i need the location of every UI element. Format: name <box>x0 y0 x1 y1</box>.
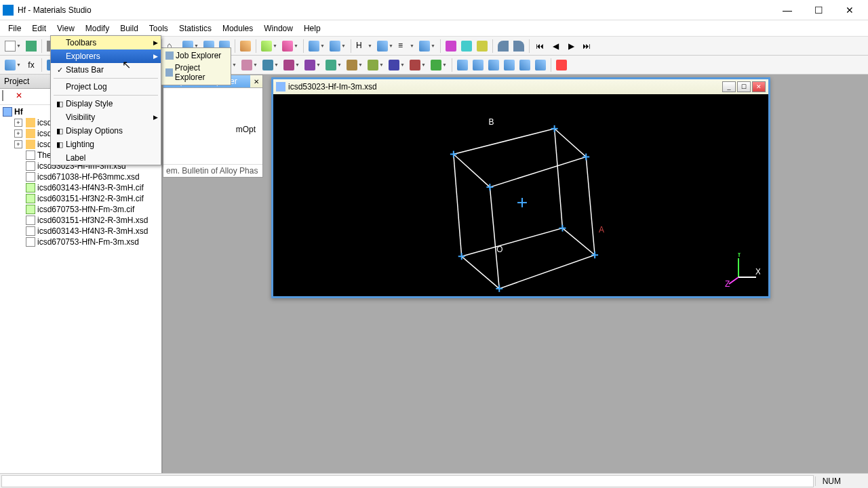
tree-item[interactable]: icsd603151-Hf3N2-R-3mH.cif <box>1 193 160 204</box>
tree-expand-icon[interactable]: + <box>14 129 22 138</box>
tool-k[interactable] <box>459 39 474 54</box>
tree-item-label: icsd670753-HfN-Fm-3m.cif <box>37 205 134 214</box>
t2-p[interactable]: ▼ <box>344 58 365 73</box>
minimize-button[interactable]: — <box>772 1 803 20</box>
job-explorer-icon <box>165 52 174 60</box>
folder-icon <box>26 140 35 149</box>
doc-icon <box>26 237 35 247</box>
t2-q[interactable]: ▼ <box>366 58 386 73</box>
window-title: Hf - Materials Studio <box>18 5 772 15</box>
t2-r[interactable]: ▼ <box>387 58 407 73</box>
t2-o[interactable]: ▼ <box>323 58 344 73</box>
t2-z[interactable] <box>533 58 548 73</box>
menu-modules[interactable]: Modules <box>217 22 258 35</box>
undo-button[interactable] <box>496 39 511 54</box>
close-button[interactable]: ✕ <box>834 1 865 20</box>
menu-view[interactable]: View <box>52 22 80 35</box>
t2-a[interactable]: ▼ <box>3 58 23 73</box>
t2-n[interactable]: ▼ <box>302 58 323 73</box>
maximize-button[interactable]: ☐ <box>803 1 834 20</box>
tool-l[interactable] <box>475 39 490 54</box>
tree-item[interactable]: icsd603143-Hf4N3-R-3mH.xsd <box>1 226 160 237</box>
t2-x[interactable] <box>502 58 517 73</box>
menu-statistics[interactable]: Statistics <box>174 22 217 35</box>
tool-i[interactable]: ▼ <box>417 39 437 54</box>
t2-aa[interactable] <box>554 58 569 73</box>
t2-s[interactable]: ▼ <box>408 58 428 73</box>
nav-prev[interactable]: ◀ <box>548 39 563 54</box>
view-menu-status-bar[interactable]: ✓Status Bar <box>51 63 161 77</box>
menu-window[interactable]: Window <box>258 22 298 35</box>
view-menu-explorers[interactable]: Explorers▶ <box>51 49 161 63</box>
tool-g[interactable]: ▼ <box>375 39 395 54</box>
view-menu-visibility[interactable]: Visibility▶ <box>51 110 161 124</box>
view-menu-display-style[interactable]: ◧Display Style <box>51 97 161 110</box>
view-menu-project-log[interactable]: Project Log <box>51 80 161 94</box>
tool-h[interactable]: ≡▼ <box>396 39 416 54</box>
tool-j[interactable] <box>443 39 458 54</box>
nav-last[interactable]: ⏭ <box>579 39 594 54</box>
tree-expand-icon[interactable]: + <box>14 140 22 148</box>
tree-item[interactable]: icsd670753-HfN-Fm-3m.cif <box>1 204 160 215</box>
doc-close-button[interactable]: ✕ <box>752 81 766 92</box>
doc-minimize-button[interactable]: _ <box>722 81 736 92</box>
tree-item-label: icsd671038-Hf-P63mmc.xsd <box>37 172 140 182</box>
tree-item-label: icsd603151-Hf3N2-R-3mH.cif <box>37 194 144 203</box>
tree-root-label: Hf <box>14 107 23 117</box>
doc-maximize-button[interactable]: ☐ <box>737 81 751 92</box>
redo-button[interactable] <box>511 39 526 54</box>
tool-c[interactable]: ▼ <box>280 39 300 54</box>
view-menu-toolbars[interactable]: Toolbars▶ <box>51 36 161 49</box>
submenu-arrow-icon: ▶ <box>153 114 158 121</box>
t2-t[interactable]: ▼ <box>429 58 449 73</box>
t2-v[interactable] <box>471 58 486 73</box>
menu-file[interactable]: File <box>3 22 26 35</box>
nav-next[interactable]: ▶ <box>564 39 578 54</box>
tree-item[interactable]: icsd603151-Hf3N2-R-3mH.xsd <box>1 215 160 226</box>
doc-viewport[interactable]: B O A Y X Z <box>273 94 768 296</box>
tool-f[interactable]: H▼ <box>354 39 374 54</box>
menu-tools[interactable]: Tools <box>144 22 174 35</box>
menu-build[interactable]: Build <box>115 22 144 35</box>
view-menu-label: Status Bar <box>66 65 158 75</box>
t2-w[interactable] <box>486 58 501 73</box>
view-menu-lighting[interactable]: ◧Lighting <box>51 138 161 151</box>
tree-item[interactable]: icsd670753-HfN-Fm-3m.xsd <box>1 237 160 247</box>
t2-u[interactable] <box>455 58 470 73</box>
t2-y[interactable] <box>517 58 532 73</box>
check-icon: ◧ <box>54 140 66 149</box>
tool-e[interactable]: ▼ <box>328 39 348 54</box>
svg-line-3 <box>490 187 499 289</box>
properties-close-icon[interactable]: ✕ <box>252 77 261 86</box>
doc-titlebar[interactable]: icsd53023-Hf-Im-3m.xsd _ ☐ ✕ <box>273 79 768 94</box>
tool-b[interactable]: ▼ <box>259 39 279 54</box>
nav-first[interactable]: ⏮ <box>532 39 547 54</box>
menu-modify[interactable]: Modify <box>80 22 115 35</box>
tree-item[interactable]: icsd603143-Hf4N3-R-3mH.cif <box>1 182 160 193</box>
sub-project-explorer[interactable]: Project Explorer <box>163 62 229 83</box>
new-button[interactable]: ▼ <box>3 39 23 54</box>
tree-item[interactable]: icsd671038-Hf-P63mmc.xsd <box>1 171 160 182</box>
doc-icon <box>26 150 35 160</box>
tool-d[interactable]: ▼ <box>307 39 327 54</box>
sub-job-explorer[interactable]: Job Explorer <box>163 49 229 62</box>
t2-k[interactable]: ▼ <box>239 58 260 73</box>
t2-fx[interactable]: fx <box>24 58 39 73</box>
tool-a[interactable] <box>238 39 253 54</box>
pj-import-icon[interactable] <box>29 91 41 103</box>
tree-expand-icon[interactable]: + <box>14 119 22 127</box>
menu-help[interactable]: Help <box>298 22 326 35</box>
cif-icon <box>26 205 35 214</box>
view-menu-display-options[interactable]: ◧Display Options <box>51 124 161 138</box>
pj-delete-icon[interactable]: ✕ <box>16 91 28 103</box>
view-menu-label[interactable]: Label <box>51 151 161 165</box>
pj-new-icon[interactable] <box>2 91 14 103</box>
tree-item-label: icsd603151-Hf3N2-R-3mH.xsd <box>37 216 148 225</box>
save-button[interactable] <box>24 39 39 54</box>
view-menu-label: Project Log <box>66 82 158 92</box>
t2-l[interactable]: ▼ <box>260 58 281 73</box>
status-input[interactable] <box>1 475 814 487</box>
t2-m[interactable]: ▼ <box>281 58 302 73</box>
view-menu-label: Explorers <box>66 52 151 61</box>
menu-edit[interactable]: Edit <box>26 22 52 35</box>
